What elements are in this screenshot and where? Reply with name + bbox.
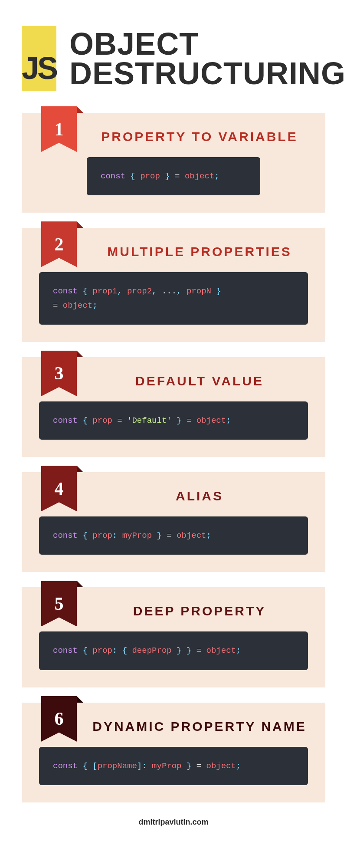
ribbon: 1 xyxy=(41,106,77,152)
code-token: , xyxy=(177,286,181,296)
code-token: prop xyxy=(92,531,112,540)
code-token: { xyxy=(122,646,127,655)
code-token xyxy=(78,761,82,771)
code-token: { xyxy=(130,171,135,181)
ribbon-fold xyxy=(77,466,83,472)
code-token xyxy=(162,531,167,540)
code-token: myProp xyxy=(122,531,152,540)
code-token: , xyxy=(117,286,122,296)
code-token: 'Default' xyxy=(127,416,172,425)
footer-credit: dmitripavlutin.com xyxy=(22,818,325,835)
code-token: object xyxy=(63,301,92,310)
code-token: = xyxy=(117,416,122,425)
code-token: prop1 xyxy=(92,286,117,296)
code-token: const xyxy=(53,646,78,655)
code-token: const xyxy=(53,531,78,540)
section-2: 2MULTIPLE PROPERTIESconst { prop1, prop2… xyxy=(22,228,325,342)
ribbon-number: 3 xyxy=(41,351,77,396)
section-title: DEEP PROPERTY xyxy=(91,600,308,618)
code-token xyxy=(152,531,157,540)
code-token xyxy=(211,286,216,296)
code-block: const { prop: { deepProp } } = object; xyxy=(39,631,308,670)
code-token: = xyxy=(175,171,180,181)
js-logo-text: JS xyxy=(22,50,56,86)
page-title: OBJECT DESTRUCTURING xyxy=(69,29,346,89)
code-token: prop xyxy=(140,171,160,181)
ribbon-fold xyxy=(77,221,83,228)
code-token: ; xyxy=(236,761,241,771)
code-token: myProp xyxy=(152,761,181,771)
ribbon: 6 xyxy=(41,696,77,742)
code-token: ; xyxy=(206,531,211,540)
code-token xyxy=(201,761,206,771)
code-token xyxy=(122,286,127,296)
code-token xyxy=(147,761,152,771)
code-token xyxy=(191,761,196,771)
code-token: : xyxy=(112,646,117,655)
code-block: const { prop1, prop2, ..., propN } = obj… xyxy=(39,272,308,325)
section-1: 1PROPERTY TO VARIABLEconst { prop } = ob… xyxy=(22,113,325,213)
code-token xyxy=(88,531,92,540)
section-5: 5DEEP PROPERTYconst { prop: { deepProp }… xyxy=(22,587,325,687)
code-token xyxy=(135,171,140,181)
code-token xyxy=(201,646,206,655)
code-token xyxy=(182,761,187,771)
code-token xyxy=(180,171,184,181)
ribbon-fold xyxy=(77,581,83,587)
code-token xyxy=(78,416,82,425)
code-token: } xyxy=(216,286,221,296)
ribbon-fold xyxy=(77,696,83,703)
code-token: const xyxy=(53,416,78,425)
code-token xyxy=(172,416,177,425)
ribbon: 2 xyxy=(41,221,77,267)
code-token xyxy=(182,646,187,655)
code-token: const xyxy=(101,171,125,181)
code-token: } xyxy=(165,171,170,181)
js-logo: JS xyxy=(22,26,56,91)
code-token xyxy=(191,646,196,655)
code-block: const { [propName]: myProp } = object; xyxy=(39,747,308,785)
section-4: 4ALIASconst { prop: myProp } = object; xyxy=(22,472,325,572)
code-token: , xyxy=(152,286,157,296)
ribbon-number: 5 xyxy=(41,581,77,626)
code-token xyxy=(182,416,187,425)
code-token: prop xyxy=(92,646,112,655)
code-token: ; xyxy=(214,171,219,181)
section-title: DYNAMIC PROPERTY NAME xyxy=(91,716,308,734)
code-token xyxy=(112,416,117,425)
code-token: object xyxy=(177,531,206,540)
header: JS OBJECT DESTRUCTURING xyxy=(22,26,325,91)
code-token: propName xyxy=(98,761,137,771)
code-token: prop xyxy=(92,416,112,425)
ribbon-fold xyxy=(77,351,83,357)
section-title: MULTIPLE PROPERTIES xyxy=(91,241,308,259)
code-token xyxy=(160,171,165,181)
code-token: } xyxy=(187,761,191,771)
code-token: deepProp xyxy=(132,646,171,655)
ribbon: 4 xyxy=(41,466,77,511)
code-block: const { prop: myProp } = object; xyxy=(39,516,308,555)
ribbon: 3 xyxy=(41,351,77,396)
code-token: ] xyxy=(137,761,142,771)
code-token xyxy=(191,416,196,425)
code-token xyxy=(88,416,92,425)
section-title: PROPERTY TO VARIABLE xyxy=(91,126,308,144)
section-title: DEFAULT VALUE xyxy=(91,370,308,388)
code-block: const { prop } = object; xyxy=(87,157,260,195)
code-token xyxy=(127,646,132,655)
ribbon-number: 4 xyxy=(41,466,77,511)
ribbon-number: 2 xyxy=(41,221,77,267)
code-token xyxy=(170,171,175,181)
code-token: = xyxy=(53,301,58,310)
code-token xyxy=(117,646,122,655)
code-token xyxy=(88,761,92,771)
code-token: { xyxy=(82,646,87,655)
code-token: { xyxy=(82,286,87,296)
code-token xyxy=(125,171,130,181)
code-token: = xyxy=(187,416,191,425)
code-token: object xyxy=(196,416,226,425)
code-token: = xyxy=(196,646,201,655)
section-3: 3DEFAULT VALUEconst { prop = 'Default' }… xyxy=(22,357,325,457)
code-token: [ xyxy=(92,761,97,771)
title-line-1: OBJECT xyxy=(69,29,346,59)
